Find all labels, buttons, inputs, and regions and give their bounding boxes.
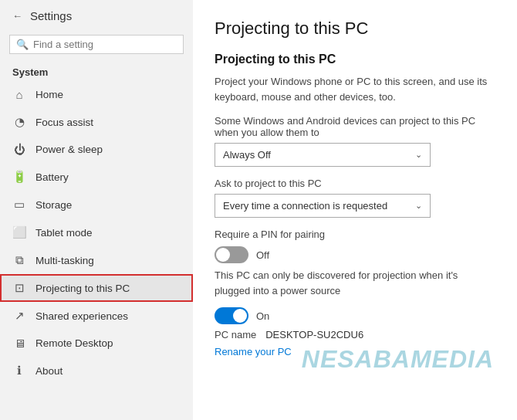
pc-name-label: PC name xyxy=(215,329,256,340)
dropdown2-value: Every time a connection is requested xyxy=(223,200,387,212)
pc-name-row: PC name DESKTOP-SU2CDU6 xyxy=(215,329,495,340)
about-icon: ℹ xyxy=(12,364,26,378)
sidebar-item-label: Storage xyxy=(35,199,72,211)
power-toggle-row: On xyxy=(215,307,495,324)
multi-tasking-icon: ⧉ xyxy=(12,253,26,267)
chevron-down-icon: ⌄ xyxy=(415,201,422,211)
storage-icon: ▭ xyxy=(12,198,26,212)
sidebar-item-battery[interactable]: 🔋 Battery xyxy=(0,163,193,191)
section-title: Projecting to this PC xyxy=(215,52,495,66)
focus-assist-icon: ◔ xyxy=(12,115,26,129)
power-toggle[interactable] xyxy=(215,307,248,324)
search-input[interactable] xyxy=(33,39,177,50)
sidebar-item-about[interactable]: ℹ About xyxy=(0,357,193,384)
rename-link[interactable]: Rename your PC xyxy=(215,346,292,357)
sidebar-item-home[interactable]: ⌂ Home xyxy=(0,81,193,108)
chevron-down-icon: ⌄ xyxy=(415,150,422,160)
dropdown2-container: Ask to project to this PC Every time a c… xyxy=(215,178,495,218)
dropdown1[interactable]: Always Off ⌄ xyxy=(215,143,431,167)
sidebar-item-power-sleep[interactable]: ⏻ Power & sleep xyxy=(0,136,193,163)
main-wrapper: Projecting to this PC Projecting to this… xyxy=(193,0,517,420)
shared-experiences-icon: ↗ xyxy=(12,309,26,323)
back-icon[interactable]: ← xyxy=(12,10,22,22)
home-icon: ⌂ xyxy=(12,88,26,101)
sidebar-section-label: System xyxy=(0,60,193,81)
sidebar-item-shared-experiences[interactable]: ↗ Shared experiences xyxy=(0,302,193,330)
dropdown1-container: Some Windows and Android devices can pro… xyxy=(215,115,495,167)
sidebar-item-label: Shared experiences xyxy=(35,310,128,322)
sidebar-item-label: About xyxy=(35,365,63,377)
sidebar-item-storage[interactable]: ▭ Storage xyxy=(0,191,193,218)
main-content: Projecting to this PC Projecting to this… xyxy=(193,0,517,376)
pin-toggle-label: Off xyxy=(256,249,269,261)
dropdown2-label: Ask to project to this PC xyxy=(215,178,495,189)
pin-label: Require a PIN for pairing xyxy=(215,229,495,240)
sidebar-item-label: Multi-tasking xyxy=(35,255,94,266)
sidebar-item-focus-assist[interactable]: ◔ Focus assist xyxy=(0,108,193,136)
sidebar-item-tablet-mode[interactable]: ⬜ Tablet mode xyxy=(0,218,193,246)
dropdown1-value: Always Off xyxy=(223,149,271,161)
sidebar-item-label: Projecting to this PC xyxy=(35,283,130,294)
projecting-icon: ⊡ xyxy=(12,281,26,295)
page-title: Projecting to this PC xyxy=(215,19,495,39)
sidebar: ← Settings 🔍 System ⌂ Home ◔ Focus assis… xyxy=(0,0,193,420)
sidebar-item-label: Power & sleep xyxy=(35,144,103,155)
sidebar-item-label: Battery xyxy=(35,171,69,183)
pc-name-value: DESKTOP-SU2CDU6 xyxy=(265,329,363,340)
sidebar-item-label: Focus assist xyxy=(35,117,93,128)
dropdown2[interactable]: Every time a connection is requested ⌄ xyxy=(215,194,431,218)
power-icon: ⏻ xyxy=(12,143,26,156)
power-toggle-label: On xyxy=(256,310,269,322)
sidebar-title: Settings xyxy=(30,9,72,22)
description: Project your Windows phone or PC to this… xyxy=(215,74,495,104)
sidebar-item-label: Remote Desktop xyxy=(35,337,113,349)
power-note: This PC can only be discovered for proje… xyxy=(215,268,495,298)
sidebar-item-label: Tablet mode xyxy=(35,227,93,239)
sidebar-item-remote-desktop[interactable]: 🖥 Remote Desktop xyxy=(0,330,193,357)
dropdown1-label: Some Windows and Android devices can pro… xyxy=(215,115,495,138)
sidebar-item-multi-tasking[interactable]: ⧉ Multi-tasking xyxy=(0,246,193,274)
sidebar-header: ← Settings xyxy=(0,0,193,32)
pin-toggle[interactable] xyxy=(215,246,248,263)
tablet-icon: ⬜ xyxy=(12,225,26,239)
search-box[interactable]: 🔍 xyxy=(9,35,184,54)
sidebar-item-label: Home xyxy=(35,89,63,100)
search-icon: 🔍 xyxy=(16,39,29,50)
sidebar-item-projecting[interactable]: ⊡ Projecting to this PC xyxy=(0,274,193,302)
battery-icon: 🔋 xyxy=(12,170,26,184)
pin-toggle-row: Off xyxy=(215,246,495,263)
remote-desktop-icon: 🖥 xyxy=(12,337,26,350)
